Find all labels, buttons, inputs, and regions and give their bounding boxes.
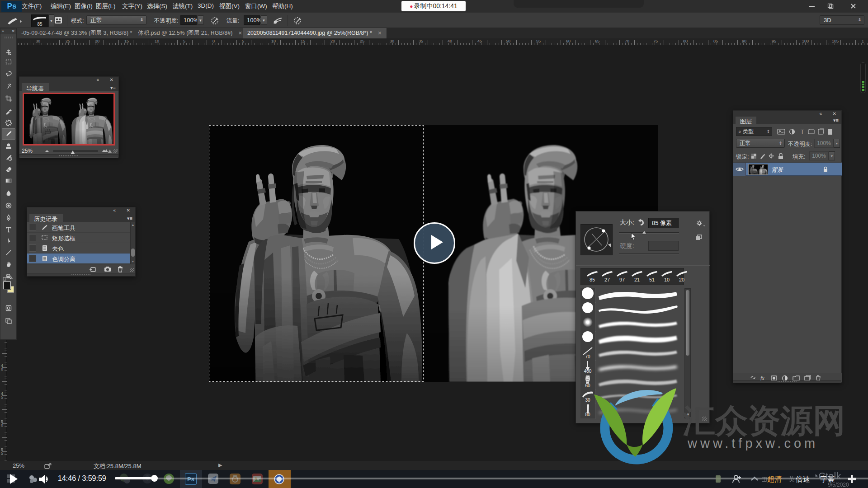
svg-text:T: T [801,129,804,135]
